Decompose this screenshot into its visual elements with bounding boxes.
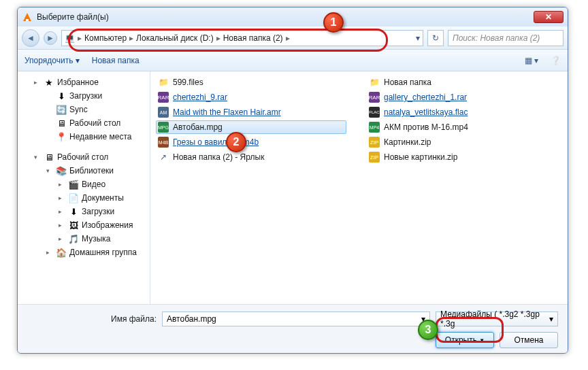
file-item[interactable]: RARchertezhi_9.rar (156, 90, 346, 104)
tree-label: Музыка (82, 234, 110, 243)
sidebar-item-Рабочий стол[interactable]: 🖥Рабочий стол (18, 116, 150, 130)
chevron-right-icon: ▸ (216, 33, 220, 43)
refresh-button[interactable]: ↻ (427, 30, 444, 46)
sidebar-item-Библиотеки[interactable]: ▾📚Библиотеки (18, 164, 150, 178)
folder-icon: 📁 (369, 77, 380, 88)
sidebar-item-Рабочий стол[interactable]: ▾🖥Рабочий стол (18, 150, 150, 164)
address-dropdown-icon[interactable]: ▾ (416, 33, 420, 43)
dialog-bottom: Имя файла: Автобан.mpg ▾ Медиафайлы ( *.… (18, 304, 568, 354)
mp4-icon: MP4 (369, 122, 380, 133)
new-folder-button[interactable]: Новая папка (92, 56, 140, 65)
file-name: chertezhi_9.rar (173, 92, 227, 102)
sidebar-item-Изображения[interactable]: ▸🖼Изображения (18, 218, 150, 232)
desk-icon: 🖥 (44, 152, 54, 163)
file-item[interactable]: ZIPКартинки.zip (367, 135, 473, 149)
navbar: ◄ ► 💻 ▸ Компьютер ▸ Локальный диск (D:) … (18, 27, 568, 50)
breadcrumb-item[interactable]: Компьютер (84, 33, 127, 43)
file-item[interactable]: ZIPНовые картинки.zip (367, 150, 473, 164)
nav-forward-button[interactable]: ► (44, 31, 57, 45)
m4b-icon: M4B (158, 137, 169, 148)
tree-caret-icon: ▸ (46, 249, 53, 256)
lib-icon: 📚 (56, 165, 67, 176)
organize-menu[interactable]: Упорядочить ▾ (24, 56, 80, 65)
file-open-dialog: Выберите файл(ы) ✕ ◄ ► 💻 ▸ Компьютер ▸ Л… (17, 7, 568, 354)
window-title: Выберите файл(ы) (37, 12, 534, 22)
svg-rect-1 (26, 19, 29, 21)
address-bar[interactable]: 💻 ▸ Компьютер ▸ Локальный диск (D:) ▸ Но… (61, 30, 423, 46)
file-item[interactable]: MP4АКМ против М-16.mp4 (367, 120, 473, 134)
filetype-select[interactable]: Медиафайлы ( *.3g2 *.3gp *.3g ▾ (436, 312, 558, 326)
sidebar-item-Загрузки[interactable]: ▸⬇Загрузки (18, 205, 150, 218)
tree-label: Рабочий стол (57, 152, 108, 162)
chevron-right-icon: ▸ (286, 33, 290, 43)
view-mode-button[interactable]: ▦ ▾ (525, 56, 538, 65)
tree-label: Изображения (82, 220, 133, 230)
file-item[interactable]: FLACnatalya_vetlitskaya.flac (367, 105, 473, 119)
sidebar-tree[interactable]: ▸★Избранное⬇Загрузки🔄Sync🖥Рабочий стол📍Н… (18, 71, 150, 304)
sidebar-item-Документы[interactable]: ▸📄Документы (18, 191, 150, 205)
file-list[interactable]: 📁599.filesRARchertezhi_9.rarAMMaid with … (150, 71, 568, 304)
toolbar: Упорядочить ▾ Новая папка ▦ ▾ ❔ (18, 50, 568, 71)
file-name: Новая папка (2) - Ярлык (173, 152, 264, 162)
file-item[interactable]: ↗Новая папка (2) - Ярлык (156, 150, 346, 164)
rar-icon: RAR (369, 92, 380, 103)
star-icon: ★ (44, 77, 54, 88)
sidebar-item-Недавние места[interactable]: 📍Недавние места (18, 130, 150, 144)
doc-icon: 📄 (68, 192, 79, 203)
folder-icon: 📁 (158, 77, 169, 88)
tree-label: Видео (82, 180, 105, 189)
app-icon (22, 12, 33, 22)
home-icon: 🏠 (56, 247, 67, 258)
nav-back-button[interactable]: ◄ (22, 29, 39, 47)
dl-icon: ⬇ (56, 90, 67, 101)
annotation-callout-2: 2 (226, 132, 246, 152)
tree-caret-icon: ▾ (34, 154, 41, 161)
tree-caret-icon: ▸ (59, 235, 65, 242)
tree-label: Домашняя группа (69, 248, 137, 257)
sync-icon: 🔄 (56, 104, 67, 115)
recent-icon: 📍 (56, 131, 67, 142)
file-item[interactable]: 📁Новая папка (367, 75, 473, 89)
desk-icon: 🖥 (56, 118, 67, 129)
filename-input[interactable]: Автобан.mpg ▾ (162, 312, 430, 326)
tree-caret-icon: ▸ (34, 79, 41, 86)
sidebar-item-Видео[interactable]: ▸🎬Видео (18, 178, 150, 191)
breadcrumb-item[interactable]: Локальный диск (D:) (136, 33, 214, 43)
help-button[interactable]: ❔ (551, 56, 561, 65)
file-item[interactable]: AMMaid with the Flaxen Hair.amr (156, 105, 346, 119)
music-icon: 🎵 (68, 233, 79, 244)
file-name: АКМ против М-16.mp4 (384, 122, 468, 132)
amr-icon: AM (158, 107, 169, 118)
dl-icon: ⬇ (68, 206, 79, 217)
chevron-right-icon: ▸ (129, 33, 133, 43)
tree-caret-icon: ▸ (59, 181, 65, 188)
sidebar-item-Загрузки[interactable]: ⬇Загрузки (18, 89, 150, 103)
cancel-button[interactable]: Отмена (500, 332, 558, 348)
sidebar-item-Sync[interactable]: 🔄Sync (18, 103, 150, 116)
file-name: Картинки.zip (384, 137, 431, 147)
dialog-body: ▸★Избранное⬇Загрузки🔄Sync🖥Рабочий стол📍Н… (18, 71, 568, 304)
file-name: 599.files (173, 78, 203, 87)
sidebar-item-Избранное[interactable]: ▸★Избранное (18, 75, 150, 89)
close-button[interactable]: ✕ (534, 11, 564, 23)
rar-icon: RAR (158, 92, 169, 103)
chevron-down-icon[interactable]: ▾ (549, 314, 553, 324)
breadcrumb-item[interactable]: Новая папка (2) (223, 33, 283, 43)
search-input[interactable]: Поиск: Новая папка (2) (448, 30, 564, 46)
file-item[interactable]: MPGАвтобан.mpg (156, 120, 346, 134)
file-item[interactable]: 📁599.files (156, 75, 346, 89)
chevron-right-icon: ▸ (78, 33, 82, 43)
sidebar-item-Музыка[interactable]: ▸🎵Музыка (18, 232, 150, 246)
file-name: natalya_vetlitskaya.flac (384, 107, 468, 117)
file-item[interactable]: RARgallery_chertezhi_1.rar (367, 90, 473, 104)
open-button[interactable]: Открыть ▼ (436, 332, 494, 348)
file-item[interactable]: M4BГрезы о вавилоне.m4b (156, 135, 346, 149)
tree-label: Избранное (57, 78, 99, 87)
file-name: Новые картинки.zip (384, 152, 457, 162)
sidebar-item-Домашняя группа[interactable]: ▸🏠Домашняя группа (18, 246, 150, 259)
flac-icon: FLAC (369, 107, 380, 118)
file-name: gallery_chertezhi_1.rar (384, 92, 467, 102)
titlebar: Выберите файл(ы) ✕ (18, 7, 568, 27)
tree-label: Недавние места (69, 132, 131, 141)
computer-icon: 💻 (65, 33, 75, 43)
